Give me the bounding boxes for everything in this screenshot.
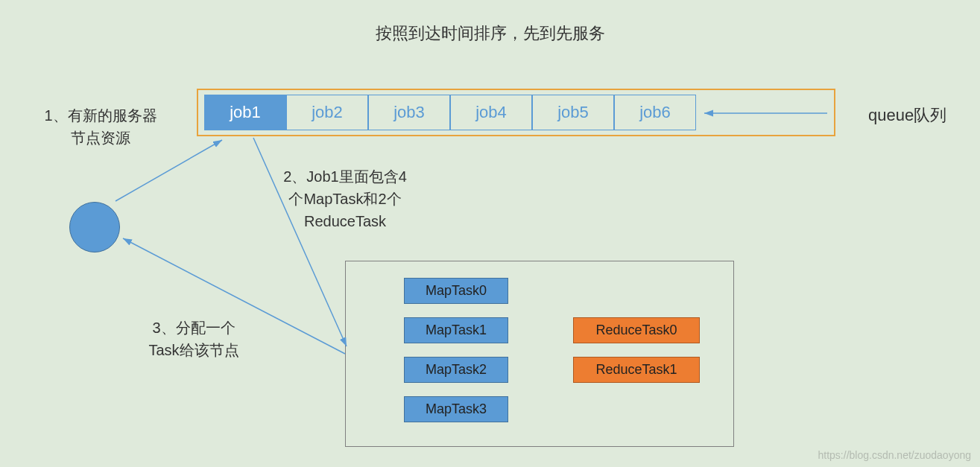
queue-label: queue队列 [868,104,946,127]
map-task-3: MapTask3 [404,396,508,422]
note-1-line-1: 1、有新的服务器 [44,107,157,124]
note-2-line-2: 个MapTask和2个 [288,191,401,207]
queue-job-3: job3 [368,95,450,130]
queue-job-4: job4 [450,95,532,130]
note-2: 2、Job1里面包含4 个MapTask和2个 ReduceTask [267,165,423,232]
note-1: 1、有新的服务器 节点资源 [15,104,186,149]
task-container: MapTask0 MapTask1 MapTask2 MapTask3 Redu… [345,261,734,447]
queue-job-6: job6 [614,95,696,130]
reduce-task-1: ReduceTask1 [573,357,700,383]
queue-job-2: job2 [286,95,368,130]
watermark: https://blog.csdn.net/zuodaoyong [818,449,971,461]
map-task-2: MapTask2 [404,357,508,383]
queue-job-1: job1 [204,95,286,130]
queue-job-5: job5 [532,95,614,130]
note-1-line-2: 节点资源 [71,130,130,146]
queue-container: job1 job2 job3 job4 job5 job6 [197,89,835,136]
diagram-title: 按照到达时间排序，先到先服务 [376,22,605,45]
note-3: 3、分配一个 Task给该节点 [119,317,268,361]
arrow-note1-to-job1 [116,140,222,201]
note-2-line-1: 2、Job1里面包含4 [283,168,407,185]
map-task-1: MapTask1 [404,317,508,343]
note-3-line-1: 3、分配一个 [152,320,235,336]
map-task-0: MapTask0 [404,278,508,304]
server-node-icon [69,202,120,252]
reduce-task-0: ReduceTask0 [573,317,700,343]
note-2-line-3: ReduceTask [304,213,386,229]
note-3-line-2: Task给该节点 [148,342,238,358]
